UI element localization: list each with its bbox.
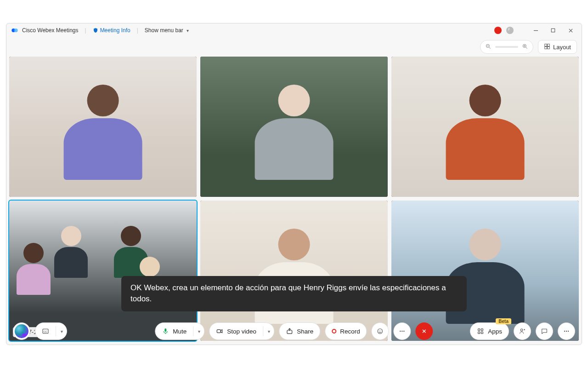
svg-point-23 — [379, 330, 379, 331]
svg-point-38 — [566, 331, 567, 332]
svg-rect-32 — [478, 332, 480, 334]
meeting-toolbar: CC ▾ Mute ▾ Stop video ▾ — [6, 322, 582, 340]
video-feed — [200, 201, 388, 341]
svg-rect-33 — [481, 332, 483, 334]
participant-tile[interactable] — [391, 201, 579, 341]
svg-point-22 — [378, 329, 383, 334]
layout-label: Layout — [553, 44, 571, 51]
participant-tile-active[interactable]: SHN7-16-GREA — [9, 201, 197, 341]
stop-video-button[interactable]: Stop video ▾ — [209, 322, 274, 340]
apps-label: Apps — [488, 328, 502, 335]
svg-point-24 — [381, 330, 381, 331]
chat-icon — [541, 328, 548, 335]
chevron-down-icon[interactable]: ▾ — [193, 326, 200, 336]
smile-icon — [377, 328, 384, 335]
video-feed — [391, 57, 579, 197]
mute-button[interactable]: Mute ▾ — [155, 322, 204, 340]
close-icon — [421, 328, 428, 335]
record-button[interactable]: Record — [325, 322, 367, 340]
svg-text:CC: CC — [44, 330, 47, 333]
participant-tile[interactable] — [200, 201, 388, 341]
svg-point-1 — [14, 29, 18, 32]
apps-icon — [477, 328, 484, 335]
chevron-down-icon[interactable]: ▾ — [263, 326, 270, 336]
svg-point-26 — [401, 331, 402, 332]
app-title: Cisco Webex Meetings — [22, 27, 79, 34]
caption-text: OK Webex, crea un elemento de acción par… — [130, 283, 446, 304]
svg-rect-31 — [481, 329, 483, 331]
svg-point-27 — [403, 331, 404, 332]
participant-tile[interactable] — [391, 57, 579, 197]
recording-indicator-icon — [494, 27, 502, 34]
participants-panel-button[interactable] — [514, 322, 531, 340]
video-feed — [200, 57, 388, 197]
camera-icon — [216, 328, 223, 335]
svg-rect-14 — [548, 44, 550, 46]
panel-options-button[interactable] — [558, 322, 575, 340]
participant-tile[interactable] — [200, 57, 388, 197]
svg-point-25 — [400, 331, 401, 332]
show-menu-bar-button[interactable]: Show menu bar ▾ — [145, 27, 189, 34]
svg-rect-3 — [551, 29, 555, 32]
svg-point-37 — [564, 331, 565, 332]
menu-bar-label: Show menu bar — [145, 27, 183, 34]
svg-point-39 — [568, 331, 569, 332]
share-label: Share — [297, 328, 313, 335]
meeting-info-label: Meeting Info — [100, 27, 130, 34]
zoom-control[interactable] — [480, 40, 533, 54]
dots-icon — [399, 328, 406, 335]
webex-logo-icon — [11, 27, 18, 34]
record-label: Record — [340, 328, 360, 335]
window-close-button[interactable] — [564, 26, 577, 35]
layout-grid-icon — [544, 43, 550, 51]
beta-badge: Beta — [496, 318, 511, 324]
cc-icon: CC — [42, 328, 49, 335]
separator: | — [85, 27, 86, 34]
video-feed — [9, 201, 197, 341]
chevron-down-icon: ▾ — [187, 28, 189, 33]
window-maximize-button[interactable] — [547, 26, 560, 35]
separator: | — [137, 27, 138, 34]
svg-rect-19 — [164, 328, 166, 332]
view-controls-row: Layout — [6, 37, 582, 57]
svg-point-34 — [520, 329, 523, 331]
zoom-in-icon[interactable] — [522, 43, 528, 51]
svg-rect-20 — [217, 330, 220, 333]
dots-icon — [563, 328, 570, 335]
share-button[interactable]: Share — [279, 322, 320, 340]
title-bar: Cisco Webex Meetings | Meeting Info | Sh… — [6, 23, 582, 37]
participant-tile[interactable] — [9, 57, 197, 197]
mute-label: Mute — [173, 328, 187, 335]
share-icon — [286, 328, 293, 335]
window-minimize-button[interactable] — [529, 26, 542, 35]
apps-button[interactable]: Apps Beta — [470, 322, 509, 340]
leave-meeting-button[interactable] — [416, 322, 433, 340]
reactions-button[interactable] — [372, 322, 389, 340]
microphone-icon — [162, 328, 169, 335]
closed-captions-button[interactable]: CC ▾ — [35, 322, 67, 340]
webex-assistant-button[interactable] — [13, 322, 30, 340]
stop-video-label: Stop video — [227, 328, 256, 335]
zoom-out-icon[interactable] — [485, 43, 492, 51]
svg-rect-15 — [545, 46, 547, 49]
svg-rect-30 — [478, 329, 480, 331]
more-options-button[interactable] — [394, 322, 411, 340]
video-feed — [9, 57, 197, 197]
svg-rect-16 — [548, 46, 550, 49]
assistant-icon — [14, 323, 29, 339]
record-icon — [332, 329, 336, 334]
live-caption: OK Webex, crea un elemento de acción par… — [121, 276, 467, 311]
chat-panel-button[interactable] — [536, 322, 553, 340]
zoom-slider[interactable] — [495, 46, 518, 48]
video-feed — [391, 201, 579, 341]
layout-button[interactable]: Layout — [538, 40, 577, 54]
svg-line-10 — [526, 47, 527, 48]
svg-rect-13 — [545, 44, 547, 46]
svg-line-7 — [489, 47, 491, 48]
meeting-info-button[interactable]: Meeting Info — [93, 27, 130, 34]
chevron-down-icon[interactable]: ▾ — [56, 326, 63, 336]
app-window: Cisco Webex Meetings | Meeting Info | Sh… — [6, 23, 582, 345]
audio-indicator-icon — [506, 27, 514, 34]
person-icon — [519, 328, 526, 335]
